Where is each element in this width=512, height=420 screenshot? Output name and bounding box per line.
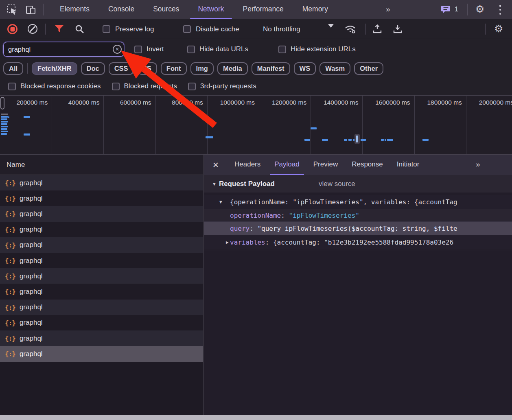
import-har-icon[interactable] [372,24,383,34]
clear-network-log-icon[interactable] [28,24,37,34]
divider [93,24,93,35]
timeline-tick-label: 200000 ms [0,99,48,106]
request-row[interactable]: {:}graphql [0,175,203,191]
throttling-select[interactable]: No throttling [263,19,300,39]
blocked-requests-checkbox [112,83,120,90]
blocked-response-cookies-toggle[interactable]: Blocked response cookies [8,82,101,90]
tab-sources[interactable]: Sources [144,0,188,19]
blocked-response-cookies-label: Blocked response cookies [20,82,101,90]
chip-manifest[interactable]: Manifest [252,62,290,75]
json-request-icon: {:} [5,319,15,327]
payload-value: {operationName: "ipFlowTimeseries", vari… [230,198,457,206]
network-settings-icon[interactable]: ⚙ [494,24,503,34]
request-row[interactable]: {:}graphql [0,268,203,284]
more-panels-icon[interactable]: » [386,0,389,18]
chip-fetch-xhr[interactable]: Fetch/XHR [32,62,77,75]
chip-img[interactable]: Img [190,62,214,75]
timeline-tick-label: 600000 ms [98,99,151,106]
settings-icon[interactable]: ⚙ [475,4,484,14]
preserve-log-checkbox[interactable] [103,25,110,33]
request-row[interactable]: {:}graphql [0,315,203,331]
blocked-requests-toggle[interactable]: Blocked requests [112,82,177,90]
clear-filter-icon[interactable]: ✕ [113,45,122,54]
request-row[interactable]: {:}graphql [0,330,203,346]
network-conditions-icon[interactable] [344,24,357,34]
filter-icon[interactable] [55,25,64,33]
search-icon[interactable] [75,24,85,34]
expanded-triangle-icon[interactable]: ▼ [219,199,222,205]
payload-row[interactable]: ▼{operationName: "ipFlowTimeseries", var… [204,195,512,209]
tab-elements[interactable]: Elements [50,0,99,19]
payload-key: operationName [230,212,281,219]
blocked-response-cookies-checkbox [8,83,16,90]
issue-count: 1 [455,6,458,13]
waterfall-mark [1,133,7,135]
request-row[interactable]: {:}graphql [0,346,203,362]
name-column-header[interactable]: Name [0,155,203,175]
payload-value: "query ipFlowTimeseries($accountTag: str… [257,225,457,232]
request-row[interactable]: {:}graphql [0,206,203,222]
request-name: graphql [20,303,43,311]
json-request-icon: {:} [5,210,15,218]
chip-ws[interactable]: WS [294,62,316,75]
chip-other[interactable]: Other [354,62,383,75]
hide-extension-urls-toggle[interactable]: Hide extension URLs [278,39,356,59]
waterfall-mark [1,126,8,127]
chip-all[interactable]: All [3,62,23,75]
hide-data-urls-toggle[interactable]: Hide data URLs [187,39,248,59]
tab-memory[interactable]: Memory [293,0,337,19]
request-row[interactable]: {:}graphql [0,300,203,315]
divider [43,4,44,15]
request-payload-section-header[interactable]: ▼ Request Payload view source [204,175,512,192]
waterfall-mark [348,139,352,141]
inspect-element-icon[interactable] [7,4,18,15]
detail-tab-bar: ✕ HeadersPayloadPreviewResponseInitiator… [204,155,512,175]
tab-performance[interactable]: Performance [234,0,293,19]
json-request-icon: {:} [5,335,15,342]
chip-doc[interactable]: Doc [81,62,105,75]
network-overview-timeline[interactable]: 200000 ms400000 ms600000 ms800000 ms1000… [0,96,512,155]
request-row[interactable]: {:}graphql [0,222,203,238]
chip-media[interactable]: Media [217,62,248,75]
detail-tab-preview[interactable]: Preview [306,155,345,175]
request-row[interactable]: {:}graphql [0,190,203,206]
chip-wasm[interactable]: Wasm [319,62,350,75]
collapsed-triangle-icon[interactable]: ▶ [226,240,229,245]
request-row[interactable]: {:}graphql [0,253,203,269]
tab-network[interactable]: Network [188,0,233,19]
divider [485,24,486,35]
third-party-requests-checkbox [188,83,196,90]
detail-tab-headers[interactable]: Headers [228,155,267,175]
chip-font[interactable]: Font [161,62,187,75]
tab-console[interactable]: Console [99,0,144,19]
device-toolbar-icon[interactable] [25,4,37,15]
detail-tab-response[interactable]: Response [345,155,390,175]
menu-icon[interactable] [499,5,501,15]
detail-tab-payload[interactable]: Payload [267,155,306,175]
detail-tab-initiator[interactable]: Initiator [390,155,427,175]
payload-colon: : [265,238,273,246]
third-party-requests-toggle[interactable]: 3rd-party requests [188,82,256,90]
json-request-icon: {:} [5,226,15,234]
page-edge-strip [0,415,512,420]
json-request-icon: {:} [5,179,15,187]
payload-row[interactable]: ▶variables: {accountTag: "b12e3b2192ee55… [204,235,512,249]
chevron-down-icon[interactable] [328,28,334,35]
issues-badge[interactable]: 1 [441,5,458,14]
chip-css[interactable]: CSS [109,62,134,75]
close-icon[interactable]: ✕ [204,160,228,170]
request-row[interactable]: {:}graphql [0,284,203,300]
invert-label: Invert [147,45,164,53]
disable-cache-label: Disable cache [196,19,239,39]
view-source-link[interactable]: view source [319,180,355,188]
more-detail-tabs-icon[interactable]: » [476,155,479,174]
waterfall-mark [344,139,347,141]
disable-cache-checkbox[interactable] [183,25,191,33]
request-row[interactable]: {:}graphql [0,237,203,253]
more-filters-row: Blocked response cookies Blocked request… [0,77,512,96]
filter-input[interactable] [3,42,124,57]
invert-filter-toggle[interactable]: Invert [134,39,164,59]
chip-js[interactable]: JS [138,62,157,75]
export-har-icon[interactable] [392,24,403,34]
record-icon[interactable] [7,24,18,34]
